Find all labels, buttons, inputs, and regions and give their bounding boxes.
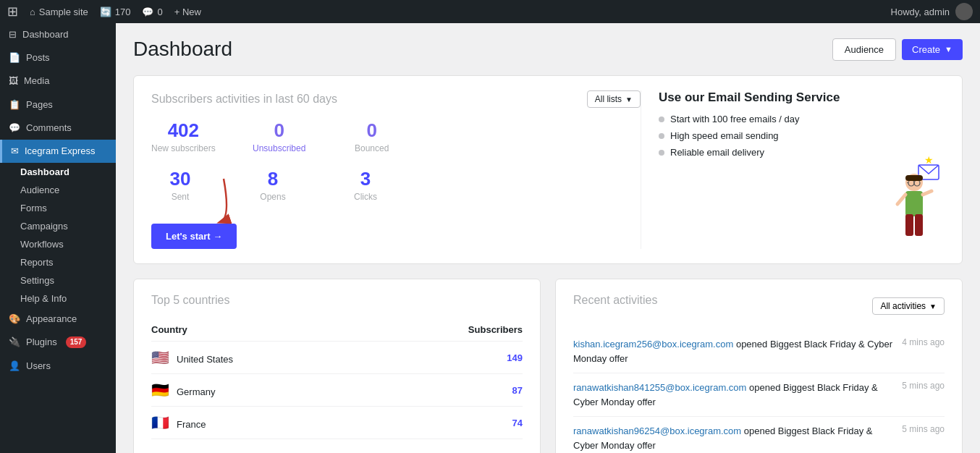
updates-count: 170 xyxy=(115,7,131,17)
main-content: Dashboard Audience Create ▼ Subscribers … xyxy=(116,23,980,453)
activity-time: 5 mins ago xyxy=(901,424,945,452)
stat-label-unsubscribed[interactable]: Unsubscribed xyxy=(250,143,308,153)
svg-rect-11 xyxy=(915,214,923,236)
promo-item-3: Reliable email delivery xyxy=(659,147,878,158)
stats-right: Use our Email Sending Service Start with… xyxy=(641,90,945,249)
table-row: 🇺🇸United States 149 xyxy=(151,342,523,374)
sub-dashboard-label: Dashboard xyxy=(20,166,69,177)
home-icon: ⌂ xyxy=(30,7,35,17)
sidebar-item-appearance[interactable]: 🎨 Appearance xyxy=(0,308,116,331)
page-title: Dashboard xyxy=(133,38,232,61)
sidebar-pages-label: Pages xyxy=(26,98,53,111)
updates-link[interactable]: 🔄 170 xyxy=(100,7,131,17)
sidebar-item-users[interactable]: 👤 Users xyxy=(0,355,116,378)
stat-new-subscribers: 402 New subscribers xyxy=(151,119,216,153)
activity-text: ranawatkishan96254@box.icegram.com opene… xyxy=(573,424,892,452)
avatar xyxy=(955,3,973,20)
stats-left: Subscribers activities in last 60 days A… xyxy=(151,90,641,249)
red-arrow xyxy=(216,175,303,226)
users-icon: 👤 xyxy=(9,360,20,373)
sidebar-item-pages[interactable]: 📋 Pages xyxy=(0,93,116,117)
activity-email-link[interactable]: ranawatkishan96254@box.icegram.com xyxy=(573,426,741,436)
activity-email-link[interactable]: kishan.icegram256@box.icegram.com xyxy=(573,339,733,350)
audience-button[interactable]: Audience xyxy=(832,38,896,61)
stats-card: Subscribers activities in last 60 days A… xyxy=(133,75,963,264)
col-subscribers: Subscribers xyxy=(374,318,523,342)
lets-start-button[interactable]: Let's start → xyxy=(151,224,237,249)
country-name: 🇫🇷France xyxy=(151,407,374,439)
header-actions: Audience Create ▼ xyxy=(832,38,963,61)
sidebar-item-dashboard[interactable]: ⊟ Dashboard xyxy=(0,23,116,46)
svg-rect-10 xyxy=(905,214,913,236)
activity-email-link[interactable]: ranawatkishan841255@box.icegram.com xyxy=(573,382,746,393)
sidebar-item-icegram[interactable]: ✉ Icegram Express xyxy=(0,140,116,163)
country-name: 🇩🇪Germany xyxy=(151,374,374,407)
stat-clicks: 3 Clicks xyxy=(337,168,394,202)
wp-logo[interactable]: ⊞ xyxy=(7,4,18,20)
top-bar-right: Howdy, admin xyxy=(891,3,973,20)
sidebar: ⊟ Dashboard 📄 Posts 🖼 Media 📋 Pages 💬 Co… xyxy=(0,23,116,453)
sidebar-sub-dashboard[interactable]: Dashboard xyxy=(0,163,116,181)
stat-label-clicks: Clicks xyxy=(337,192,394,202)
sidebar-dashboard-label: Dashboard xyxy=(22,28,69,41)
promo-illustration: ★ xyxy=(887,90,945,249)
media-icon: 🖼 xyxy=(9,75,18,88)
country-name: 🇺🇸United States xyxy=(151,342,374,374)
list-item: ranawatkishan841255@box.icegram.com open… xyxy=(573,373,945,417)
svg-line-9 xyxy=(923,191,932,195)
sub-workflows-label: Workflows xyxy=(20,239,64,250)
sidebar-sub-audience[interactable]: Audience xyxy=(0,181,116,199)
sidebar-sub-campaigns[interactable]: Campaigns xyxy=(0,217,116,235)
character-svg: ★ xyxy=(887,155,945,249)
sub-help-label: Help & Info xyxy=(20,293,67,304)
sidebar-item-posts[interactable]: 📄 Posts xyxy=(0,46,116,69)
activities-filter-chevron: ▼ xyxy=(929,302,937,310)
sidebar-sub-workflows[interactable]: Workflows xyxy=(0,235,116,253)
sidebar-item-comments[interactable]: 💬 Comments xyxy=(0,117,116,140)
activities-filter[interactable]: All activities ▼ xyxy=(872,297,945,315)
stat-value-bounced: 0 xyxy=(343,119,401,142)
layout: ⊟ Dashboard 📄 Posts 🖼 Media 📋 Pages 💬 Co… xyxy=(0,23,980,453)
stats-title: Subscribers activities in last 60 days xyxy=(151,93,337,106)
create-dropdown-icon: ▼ xyxy=(945,45,952,54)
appearance-icon: 🎨 xyxy=(9,313,20,326)
subscriber-count: 87 xyxy=(374,374,523,407)
site-name: Sample site xyxy=(39,7,88,17)
svg-rect-12 xyxy=(905,175,923,181)
stat-value-clicks: 3 xyxy=(337,168,394,190)
sidebar-sub-reports[interactable]: Reports xyxy=(0,253,116,271)
activities-card: Recent activities All activities ▼ kisha… xyxy=(555,279,963,453)
stat-label-sent: Sent xyxy=(151,192,209,202)
sidebar-item-plugins[interactable]: 🔌 Plugins 157 xyxy=(0,331,116,354)
posts-icon: 📄 xyxy=(9,51,20,64)
subscriber-count: 74 xyxy=(374,407,523,439)
sidebar-sub-help[interactable]: Help & Info xyxy=(0,289,116,308)
list-item: ranawatkishan96254@box.icegram.com opene… xyxy=(573,417,945,453)
sidebar-posts-label: Posts xyxy=(26,51,50,64)
lets-start-area: Let's start → xyxy=(151,215,641,249)
table-row: 🇩🇪Germany 87 xyxy=(151,374,523,407)
promo-item-2: High speed email sending xyxy=(659,130,878,141)
sidebar-item-media[interactable]: 🖼 Media xyxy=(0,69,116,93)
flag-icon: 🇩🇪 xyxy=(151,382,169,398)
sidebar-sub-forms[interactable]: Forms xyxy=(0,199,116,217)
create-button[interactable]: Create ▼ xyxy=(902,39,963,60)
promo-dot-1 xyxy=(659,117,664,122)
sidebar-media-label: Media xyxy=(24,75,49,88)
comments-link[interactable]: 💬 0 xyxy=(142,7,162,17)
dashboard-icon: ⊟ xyxy=(9,28,17,41)
activity-text: kishan.icegram256@box.icegram.com opened… xyxy=(573,337,892,365)
promo-item-1-text: Start with 100 free emails / day xyxy=(670,114,799,124)
col-country: Country xyxy=(151,318,374,342)
filter-chevron-icon: ▼ xyxy=(625,96,633,103)
activities-header: Recent activities All activities ▼ xyxy=(573,294,945,318)
stat-value-unsubscribed: 0 xyxy=(250,119,308,142)
site-link[interactable]: ⌂ Sample site xyxy=(30,7,88,17)
new-button[interactable]: + New xyxy=(174,7,201,17)
sidebar-sub-settings[interactable]: Settings xyxy=(0,271,116,289)
sub-forms-label: Forms xyxy=(20,203,47,213)
flag-icon: 🇫🇷 xyxy=(151,415,169,431)
stats-filter[interactable]: All lists ▼ xyxy=(587,90,641,108)
promo-list: Start with 100 free emails / day High sp… xyxy=(659,114,878,158)
countries-title: Top 5 countries xyxy=(151,294,523,307)
